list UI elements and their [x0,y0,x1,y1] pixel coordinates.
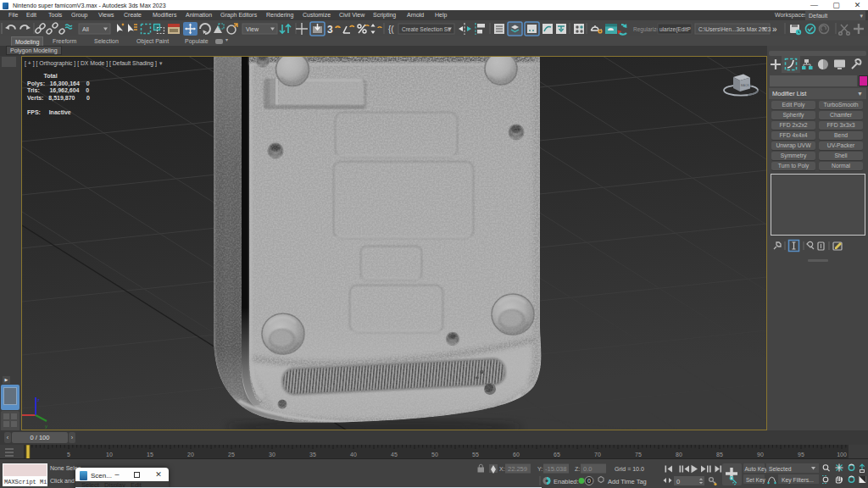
svg-text:25: 25 [228,452,235,458]
svg-text:85: 85 [716,452,723,458]
svg-text:View: View [246,26,259,32]
svg-text:Set Key: Set Key [746,477,766,484]
svg-text:Auto Key: Auto Key [745,466,768,473]
svg-text:0: 0 [676,478,680,485]
svg-text:0.0: 0.0 [583,465,592,473]
svg-text:X:: X: [499,466,505,472]
svg-text:60: 60 [513,452,520,458]
svg-text:10: 10 [106,452,113,458]
svg-text:50: 50 [431,452,438,458]
svg-text:»: » [772,25,777,34]
svg-text:Enabled:: Enabled: [554,478,579,485]
svg-text:75: 75 [635,452,642,458]
svg-text:Grid = 10.0: Grid = 10.0 [615,466,644,472]
svg-text:Add Time Tag: Add Time Tag [608,478,647,485]
svg-text:30: 30 [269,452,275,458]
svg-text:20: 20 [187,452,194,458]
svg-text:90: 90 [757,452,764,458]
svg-text:z: z [37,397,40,402]
svg-text:-15.038: -15.038 [545,465,566,473]
svg-text:45: 45 [391,452,398,458]
svg-text:35: 35 [309,452,316,458]
svg-text:Z:: Z: [575,466,580,472]
svg-text:22.259: 22.259 [508,465,527,473]
svg-text:Key Filters...: Key Filters... [782,477,814,484]
svg-text:y: y [45,424,47,429]
svg-text:3: 3 [327,24,333,36]
svg-text:MAXScript Mi: MAXScript Mi [4,479,47,485]
svg-text:0: 0 [587,478,591,484]
svg-text:Y:: Y: [537,466,542,472]
svg-text:15: 15 [147,452,153,458]
svg-text:Regularize: Regularize [633,26,659,33]
svg-text:Create Selection Se: Create Selection Se [402,26,451,32]
svg-text:65: 65 [554,452,560,458]
svg-text:70: 70 [594,452,601,458]
svg-text:5: 5 [67,452,70,458]
svg-text:40: 40 [350,452,357,458]
svg-text:95: 95 [798,452,804,458]
svg-text:Selected: Selected [769,466,792,472]
svg-text:All: All [82,26,89,32]
svg-text:{(: {( [388,25,394,34]
svg-text:ularize(EditP: ularize(EditP [659,26,691,33]
svg-text:BACK: BACK [741,84,749,87]
svg-text:C:\Users\Hen...3ds Max 2023: C:\Users\Hen...3ds Max 2023 [698,26,771,32]
svg-text:55: 55 [472,452,479,458]
svg-text:80: 80 [676,452,682,458]
svg-text:100: 100 [837,452,847,458]
